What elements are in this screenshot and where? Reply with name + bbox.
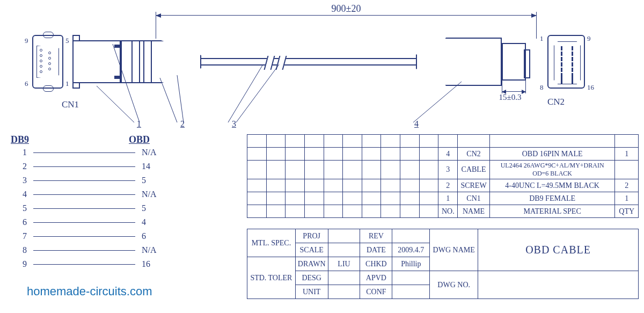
leader-2: 2 (180, 119, 185, 129)
pinmap-row: 1N/A (11, 145, 236, 159)
db9-side-view (72, 35, 121, 89)
pinmap-header-db9: DB9 (11, 134, 43, 145)
db9-hood (121, 40, 201, 83)
leader-4: 4 (414, 119, 419, 129)
cable-drawing: 900±20 9 5 6 1 CN1 15±0.3 (32, 5, 633, 129)
svg-line-5 (236, 64, 279, 122)
dimension-overall-length: 900±20 (156, 5, 537, 21)
obd-pin-label: 9 (587, 34, 591, 43)
obd-pin-label: 8 (540, 83, 544, 92)
pinmap-header-obd: OBD (129, 134, 150, 145)
pinmap-row: 35 (11, 173, 236, 187)
db9-pin-label: 1 (65, 79, 69, 88)
bom-row: 2 SCREW 4-40UNC L=49.5MM BLACK 2 (247, 179, 639, 192)
bom-row: 3 CABLE UL2464 26AWG*9C+AL/MY+DRAIN OD=6… (247, 161, 639, 179)
bom-row (247, 135, 639, 148)
pinmap-row: 64 (11, 215, 236, 229)
svg-line-3 (177, 75, 184, 122)
cn2-label: CN2 (547, 97, 565, 107)
dimension-plug-depth: 15±0.3 (502, 91, 526, 102)
db9-pin-label: 9 (25, 37, 28, 45)
cable-line (201, 58, 416, 65)
leader-3: 3 (232, 119, 236, 129)
pinmap-row: 55 (11, 201, 236, 215)
leader-1: 1 (137, 119, 141, 129)
obd-pin-label: 1 (540, 34, 544, 43)
pinmap-row: 4N/A (11, 187, 236, 201)
obd-plug-side (502, 43, 526, 81)
pinmap-row: 76 (11, 229, 236, 243)
dimension-value: 15±0.3 (494, 93, 526, 102)
watermark-text: homemade-circuits.com (27, 285, 152, 299)
db9-front-view (32, 35, 63, 89)
svg-line-0 (97, 86, 134, 122)
pinmap-row: 214 (11, 159, 236, 173)
bom-header-row: NO. NAME MATERIAL SPEC QTY (247, 205, 639, 218)
svg-line-4 (228, 64, 263, 122)
bom-row: 4 CN2 OBD 16PIN MALE 1 (247, 148, 639, 161)
pinmap-row: 916 (11, 257, 236, 271)
pin-mapping-table: DB9 OBD 1N/A 214 35 4N/A 55 64 76 8N/A 9… (11, 134, 236, 271)
svg-line-2 (160, 78, 177, 122)
bom-row: 1 CN1 DB9 FEMALE 1 (247, 192, 639, 205)
cn1-label: CN1 (62, 99, 79, 110)
obd-overmold (416, 38, 502, 86)
pinmap-row: 8N/A (11, 243, 236, 257)
obd-front-view (547, 35, 585, 89)
db9-pin-label: 5 (65, 37, 69, 45)
svg-line-6 (413, 82, 462, 122)
title-block: MTL. SPEC. PROJ REV DWG NAME OBD CABLE S… (247, 229, 639, 299)
dimension-value: 900±20 (328, 3, 364, 14)
db9-pin-label: 6 (25, 79, 28, 88)
bom-table: 4 CN2 OBD 16PIN MALE 1 3 CABLE UL2464 26… (247, 134, 639, 218)
obd-pin-label: 16 (587, 83, 594, 92)
